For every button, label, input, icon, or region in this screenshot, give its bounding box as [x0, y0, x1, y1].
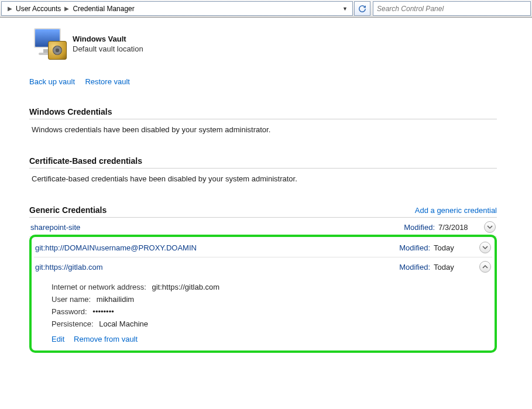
chevron-up-icon[interactable] [479, 261, 491, 273]
modified-label: Modified: [399, 263, 430, 271]
breadcrumb[interactable]: ▶ User Accounts ▶ Credential Manager ▼ [1, 1, 353, 16]
restore-vault-link[interactable]: Restore vault [85, 77, 130, 86]
add-generic-credential-link[interactable]: Add a generic credential [415, 206, 497, 215]
breadcrumb-item-user-accounts[interactable]: User Accounts [16, 5, 61, 13]
section-generic-credentials: Generic Credentials Add a generic creden… [29, 205, 497, 353]
detail-username-value: mikhailidim [97, 295, 134, 304]
section-certificate-credentials: Certificate-Based credentials Certificat… [29, 156, 497, 189]
detail-address-value: git:https://gitlab.com [152, 283, 219, 291]
search-box[interactable] [373, 1, 531, 16]
section-heading: Windows Credentials [29, 107, 112, 116]
detail-address-label: Internet or network address: [52, 283, 146, 291]
vault-block: Windows Vault Default vault location [32, 28, 497, 60]
edit-credential-link[interactable]: Edit [52, 335, 64, 343]
chevron-down-icon[interactable] [484, 221, 496, 233]
backup-vault-link[interactable]: Back up vault [29, 77, 75, 86]
highlighted-credentials: git:http://DOMAIN\username@PROXY.DOAMIN … [29, 235, 497, 353]
breadcrumb-dropdown-icon[interactable]: ▼ [340, 6, 350, 12]
breadcrumb-item-credential-manager[interactable]: Credential Manager [73, 5, 134, 13]
detail-password-label: Password: [52, 307, 87, 316]
section-heading: Generic Credentials [29, 205, 107, 215]
credential-row[interactable]: git:http://DOMAIN\username@PROXY.DOAMIN … [34, 238, 492, 257]
section-message: Certificate-based credentials have been … [29, 169, 497, 189]
address-bar: ▶ User Accounts ▶ Credential Manager ▼ [0, 0, 532, 18]
modified-value: Today [434, 263, 475, 271]
modified-label: Modified: [404, 223, 435, 232]
vault-icon [32, 28, 67, 60]
detail-username-label: User name: [52, 295, 91, 304]
section-windows-credentials: Windows Credentials Windows credentials … [29, 107, 497, 140]
section-message: Windows credentials have been disabled b… [29, 119, 497, 140]
detail-password-value: •••••••• [92, 307, 114, 316]
credential-details: Internet or network address: git:https:/… [34, 276, 492, 346]
chevron-right-icon: ▶ [4, 5, 16, 12]
credential-name: git:http://DOMAIN\username@PROXY.DOAMIN [35, 243, 399, 252]
detail-persistence-value: Local Machine [99, 319, 148, 328]
credential-name: sharepoint-site [30, 223, 404, 232]
chevron-right-icon: ▶ [61, 5, 73, 12]
chevron-down-icon[interactable] [479, 242, 491, 253]
credential-name: git:https://gitlab.com [35, 263, 399, 271]
credential-row[interactable]: git:https://gitlab.com Modified: Today [34, 257, 492, 276]
section-heading: Certificate-Based credentials [29, 156, 142, 166]
search-input[interactable] [377, 5, 527, 13]
content-area: Windows Vault Default vault location Bac… [0, 18, 532, 381]
detail-persistence-label: Persistence: [52, 319, 94, 328]
vault-subtitle: Default vault location [73, 44, 143, 53]
refresh-icon [358, 5, 366, 13]
vault-title: Windows Vault [73, 35, 143, 43]
modified-value: 7/3/2018 [438, 223, 479, 232]
modified-value: Today [434, 243, 475, 252]
modified-label: Modified: [399, 243, 430, 252]
refresh-button[interactable] [354, 1, 370, 16]
remove-credential-link[interactable]: Remove from vault [74, 335, 138, 343]
vault-links: Back up vault Restore vault [29, 77, 497, 86]
